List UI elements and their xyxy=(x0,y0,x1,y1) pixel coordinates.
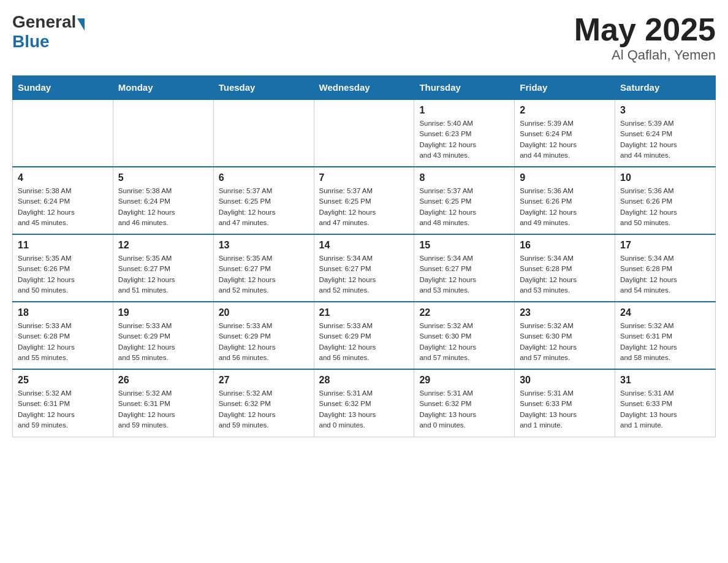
day-info: Sunrise: 5:32 AMSunset: 6:31 PMDaylight:… xyxy=(18,388,108,431)
day-cell: 1Sunrise: 5:40 AMSunset: 6:23 PMDaylight… xyxy=(414,99,515,167)
day-number: 15 xyxy=(419,240,509,251)
day-number: 14 xyxy=(319,240,409,251)
day-cell xyxy=(314,99,414,167)
day-info: Sunrise: 5:33 AMSunset: 6:29 PMDaylight:… xyxy=(319,321,409,363)
day-info: Sunrise: 5:37 AMSunset: 6:25 PMDaylight:… xyxy=(419,186,509,228)
day-number: 29 xyxy=(419,375,509,386)
day-number: 5 xyxy=(118,172,208,183)
logo-triangle-icon xyxy=(77,18,85,31)
week-row-4: 18Sunrise: 5:33 AMSunset: 6:28 PMDayligh… xyxy=(13,302,716,369)
day-info: Sunrise: 5:34 AMSunset: 6:27 PMDaylight:… xyxy=(319,253,409,296)
calendar-title: May 2025 xyxy=(574,12,716,47)
day-number: 2 xyxy=(520,105,610,116)
day-cell: 17Sunrise: 5:34 AMSunset: 6:28 PMDayligh… xyxy=(615,234,716,302)
day-number: 1 xyxy=(419,105,509,116)
day-cell: 13Sunrise: 5:35 AMSunset: 6:27 PMDayligh… xyxy=(213,234,314,302)
day-cell xyxy=(113,99,213,167)
title-block: May 2025 Al Qaflah, Yemen xyxy=(574,12,716,63)
day-number: 4 xyxy=(18,172,108,183)
week-row-3: 11Sunrise: 5:35 AMSunset: 6:26 PMDayligh… xyxy=(13,234,716,302)
weekday-header-sunday: Sunday xyxy=(13,76,113,100)
day-number: 9 xyxy=(520,172,610,183)
day-number: 24 xyxy=(620,307,710,318)
day-info: Sunrise: 5:32 AMSunset: 6:30 PMDaylight:… xyxy=(419,321,509,363)
weekday-header-row: SundayMondayTuesdayWednesdayThursdayFrid… xyxy=(13,76,716,100)
day-cell: 8Sunrise: 5:37 AMSunset: 6:25 PMDaylight… xyxy=(414,167,515,234)
day-cell: 28Sunrise: 5:31 AMSunset: 6:32 PMDayligh… xyxy=(314,369,414,437)
day-cell: 27Sunrise: 5:32 AMSunset: 6:32 PMDayligh… xyxy=(213,369,314,437)
day-cell: 26Sunrise: 5:32 AMSunset: 6:31 PMDayligh… xyxy=(113,369,213,437)
day-info: Sunrise: 5:38 AMSunset: 6:24 PMDaylight:… xyxy=(18,186,108,228)
day-number: 13 xyxy=(219,240,309,251)
weekday-header-wednesday: Wednesday xyxy=(314,76,414,100)
day-number: 17 xyxy=(620,240,710,251)
day-cell: 21Sunrise: 5:33 AMSunset: 6:29 PMDayligh… xyxy=(314,302,414,369)
logo: General Blue xyxy=(12,12,86,52)
calendar-subtitle: Al Qaflah, Yemen xyxy=(574,47,716,63)
day-info: Sunrise: 5:32 AMSunset: 6:32 PMDaylight:… xyxy=(219,388,309,431)
day-info: Sunrise: 5:40 AMSunset: 6:23 PMDaylight:… xyxy=(419,118,509,161)
day-info: Sunrise: 5:38 AMSunset: 6:24 PMDaylight:… xyxy=(118,186,208,228)
week-row-1: 1Sunrise: 5:40 AMSunset: 6:23 PMDaylight… xyxy=(13,99,716,167)
day-number: 20 xyxy=(219,307,309,318)
weekday-header-monday: Monday xyxy=(113,76,213,100)
day-number: 8 xyxy=(419,172,509,183)
day-info: Sunrise: 5:32 AMSunset: 6:30 PMDaylight:… xyxy=(520,321,610,363)
day-cell: 20Sunrise: 5:33 AMSunset: 6:29 PMDayligh… xyxy=(213,302,314,369)
day-cell: 10Sunrise: 5:36 AMSunset: 6:26 PMDayligh… xyxy=(615,167,716,234)
day-info: Sunrise: 5:36 AMSunset: 6:26 PMDaylight:… xyxy=(520,186,610,228)
day-number: 23 xyxy=(520,307,610,318)
day-cell: 23Sunrise: 5:32 AMSunset: 6:30 PMDayligh… xyxy=(515,302,615,369)
day-cell: 3Sunrise: 5:39 AMSunset: 6:24 PMDaylight… xyxy=(615,99,716,167)
day-number: 6 xyxy=(219,172,309,183)
weekday-header-thursday: Thursday xyxy=(414,76,515,100)
day-cell: 7Sunrise: 5:37 AMSunset: 6:25 PMDaylight… xyxy=(314,167,414,234)
day-info: Sunrise: 5:34 AMSunset: 6:28 PMDaylight:… xyxy=(620,253,710,296)
day-number: 30 xyxy=(520,375,610,386)
day-number: 18 xyxy=(18,307,108,318)
day-info: Sunrise: 5:39 AMSunset: 6:24 PMDaylight:… xyxy=(520,118,610,161)
day-info: Sunrise: 5:31 AMSunset: 6:33 PMDaylight:… xyxy=(520,388,610,431)
day-cell xyxy=(213,99,314,167)
weekday-header-tuesday: Tuesday xyxy=(213,76,314,100)
day-number: 21 xyxy=(319,307,409,318)
day-info: Sunrise: 5:31 AMSunset: 6:32 PMDaylight:… xyxy=(319,388,409,431)
day-cell: 12Sunrise: 5:35 AMSunset: 6:27 PMDayligh… xyxy=(113,234,213,302)
day-number: 19 xyxy=(118,307,208,318)
day-info: Sunrise: 5:34 AMSunset: 6:28 PMDaylight:… xyxy=(520,253,610,296)
day-info: Sunrise: 5:37 AMSunset: 6:25 PMDaylight:… xyxy=(319,186,409,228)
day-number: 16 xyxy=(520,240,610,251)
day-number: 25 xyxy=(18,375,108,386)
day-cell: 2Sunrise: 5:39 AMSunset: 6:24 PMDaylight… xyxy=(515,99,615,167)
day-number: 11 xyxy=(18,240,108,251)
weekday-header-friday: Friday xyxy=(515,76,615,100)
day-info: Sunrise: 5:35 AMSunset: 6:26 PMDaylight:… xyxy=(18,253,108,296)
calendar-table: SundayMondayTuesdayWednesdayThursdayFrid… xyxy=(12,75,716,437)
day-cell: 18Sunrise: 5:33 AMSunset: 6:28 PMDayligh… xyxy=(13,302,113,369)
logo-blue-text: Blue xyxy=(12,32,50,51)
day-cell: 25Sunrise: 5:32 AMSunset: 6:31 PMDayligh… xyxy=(13,369,113,437)
day-cell: 4Sunrise: 5:38 AMSunset: 6:24 PMDaylight… xyxy=(13,167,113,234)
day-number: 7 xyxy=(319,172,409,183)
day-cell: 30Sunrise: 5:31 AMSunset: 6:33 PMDayligh… xyxy=(515,369,615,437)
day-cell xyxy=(13,99,113,167)
day-number: 3 xyxy=(620,105,710,116)
day-cell: 11Sunrise: 5:35 AMSunset: 6:26 PMDayligh… xyxy=(13,234,113,302)
day-cell: 5Sunrise: 5:38 AMSunset: 6:24 PMDaylight… xyxy=(113,167,213,234)
day-info: Sunrise: 5:32 AMSunset: 6:31 PMDaylight:… xyxy=(620,321,710,363)
day-info: Sunrise: 5:34 AMSunset: 6:27 PMDaylight:… xyxy=(419,253,509,296)
day-number: 27 xyxy=(219,375,309,386)
day-cell: 19Sunrise: 5:33 AMSunset: 6:29 PMDayligh… xyxy=(113,302,213,369)
day-cell: 15Sunrise: 5:34 AMSunset: 6:27 PMDayligh… xyxy=(414,234,515,302)
day-cell: 22Sunrise: 5:32 AMSunset: 6:30 PMDayligh… xyxy=(414,302,515,369)
day-number: 22 xyxy=(419,307,509,318)
day-cell: 14Sunrise: 5:34 AMSunset: 6:27 PMDayligh… xyxy=(314,234,414,302)
day-number: 10 xyxy=(620,172,710,183)
day-cell: 24Sunrise: 5:32 AMSunset: 6:31 PMDayligh… xyxy=(615,302,716,369)
day-info: Sunrise: 5:33 AMSunset: 6:29 PMDaylight:… xyxy=(219,321,309,363)
week-row-5: 25Sunrise: 5:32 AMSunset: 6:31 PMDayligh… xyxy=(13,369,716,437)
day-info: Sunrise: 5:35 AMSunset: 6:27 PMDaylight:… xyxy=(118,253,208,296)
day-info: Sunrise: 5:35 AMSunset: 6:27 PMDaylight:… xyxy=(219,253,309,296)
day-info: Sunrise: 5:39 AMSunset: 6:24 PMDaylight:… xyxy=(620,118,710,161)
day-number: 26 xyxy=(118,375,208,386)
